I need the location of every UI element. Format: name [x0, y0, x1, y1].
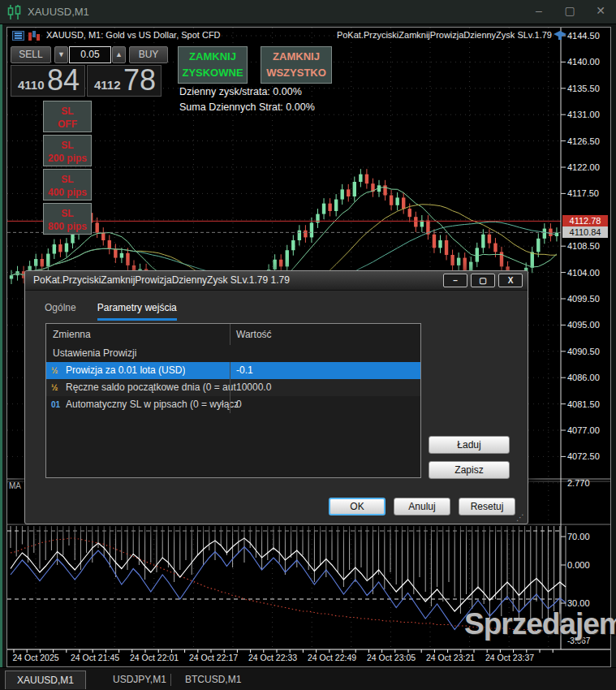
daily-pl-label: Dzienny zysk/strata: 0.00%	[179, 86, 302, 97]
resize-grip[interactable]: ⋰	[516, 513, 525, 522]
dialog-maximize-button[interactable]: ▢	[471, 274, 495, 287]
close-all-line2: WSZYSTKO	[261, 65, 331, 81]
sell-button[interactable]: SELL	[11, 46, 51, 63]
symbol-description: XAUUSD, M1: Gold vs US Dollar, Spot CFD	[46, 30, 221, 40]
time-tick-label: 24 Oct 23:21	[426, 653, 475, 662]
price-tick-label: 4077.00	[567, 425, 600, 435]
window-titlebar: XAUUSD,M1 – ▢ ✕	[0, 0, 616, 24]
param-name: Ręczne saldo początkowe dnia (0 = aut…	[66, 379, 238, 396]
dialog-titlebar[interactable]: PoKat.PrzyciskiZamknijProwizjaDziennyZys…	[25, 271, 528, 291]
sell-price-main: 4110	[18, 78, 45, 92]
price-tick-label: 4140.00	[567, 57, 600, 67]
time-tick-label: 24 Oct 23:05	[367, 653, 416, 662]
close-profitable-button[interactable]: ZAMKNIJ ZYSKOWNE	[178, 46, 248, 84]
price-tick-label: 4131.00	[567, 110, 600, 119]
candlestick-logo-icon	[7, 5, 24, 19]
price-tick-label: 4072.50	[567, 451, 600, 461]
price-tick-label: 4095.00	[567, 320, 600, 330]
time-tick-label: 24 Oct 23:37	[485, 653, 534, 662]
buy-price-pips: 78	[123, 63, 156, 97]
close-all-line1: ZAMKNIJ	[261, 49, 331, 65]
table-section-row: Ustawienia Prowizji	[46, 345, 420, 362]
table-row[interactable]: 01 Automatyczny SL w pipsach (0 = wyłącz…	[46, 396, 420, 413]
price-tick-label: 4126.50	[567, 136, 600, 146]
sell-price-box[interactable]: 4110 84	[11, 65, 85, 97]
table-header-row: Zmienna Wartość	[46, 324, 420, 345]
time-tick-label: 24 Oct 22:01	[130, 653, 179, 662]
close-all-button[interactable]: ZAMKNIJ WSZYSTKO	[261, 46, 332, 84]
time-tick-label: 24 Oct 22:17	[189, 653, 238, 662]
sl-800-button[interactable]: SL 800 pips	[43, 203, 92, 235]
dialog-close-button[interactable]: X	[498, 274, 523, 287]
sl-200-button[interactable]: SL 200 pips	[43, 135, 92, 166]
time-tick-label: 24 Oct 22:49	[308, 653, 356, 662]
one-click-trading-icon[interactable]	[12, 31, 24, 41]
watermark-text: Sprzedajemy	[464, 607, 616, 640]
window-minimize-button[interactable]: –	[530, 4, 548, 17]
window-title: XAUUSD,M1	[28, 6, 89, 18]
close-profitable-line2: ZYSKOWNE	[179, 65, 247, 81]
integer-type-icon: 01	[51, 396, 60, 413]
tab-parametry-wejscia[interactable]: Parametry wejścia	[97, 302, 177, 321]
ok-button[interactable]: OK	[329, 498, 386, 515]
tab-usdjpy[interactable]: USDJPY,M1	[101, 671, 178, 689]
sl-800-l2: 800 pips	[44, 220, 91, 233]
window-maximize-button[interactable]: ▢	[561, 4, 579, 17]
param-value[interactable]: 0	[236, 396, 242, 413]
cancel-button[interactable]: Anuluj	[394, 498, 450, 515]
ea-properties-dialog: PoKat.PrzyciskiZamknijProwizjaDziennyZys…	[24, 270, 528, 524]
price-tick-label: 4090.50	[567, 347, 600, 356]
price-tick-label: 4117.50	[567, 188, 599, 198]
column-wartosc: Wartość	[236, 324, 272, 345]
param-value[interactable]: -0.1	[236, 362, 253, 379]
param-name: Automatyczny SL w pipsach (0 = wyłącz…	[66, 396, 238, 413]
indicator-tick-label: 0.000	[567, 560, 590, 570]
section-label: Ustawienia Prowizji	[53, 345, 136, 362]
ask-price-badge: 4112.78	[562, 215, 608, 226]
ea-name-label: PoKat.PrzyciskiZamknijProwizjaDziennyZys…	[337, 30, 552, 40]
double-type-icon: ½	[51, 379, 58, 396]
dialog-title: PoKat.PrzyciskiZamknijProwizjaDziennyZys…	[33, 274, 290, 286]
mt4-window: { "window": { "title": "XAUUSD,M1", "min…	[0, 0, 616, 690]
sl-off-button[interactable]: SL OFF	[43, 101, 92, 132]
load-button[interactable]: Ładuj	[429, 436, 510, 454]
reset-button[interactable]: Resetuj	[459, 498, 515, 515]
tab-ogolne[interactable]: Ogólne	[45, 302, 76, 321]
buy-price-box[interactable]: 4112 78	[87, 65, 162, 97]
time-tick-label: 24 Oct 2025	[12, 653, 58, 662]
sl-off-l1: SL	[44, 105, 91, 118]
tab-xauusd[interactable]: XAUUSD,M1	[5, 671, 86, 689]
table-row[interactable]: ½ Ręczne saldo początkowe dnia (0 = aut……	[46, 379, 420, 396]
save-button[interactable]: Zapisz	[429, 461, 510, 479]
dialog-minimize-button[interactable]: –	[443, 274, 467, 287]
lot-increase-button[interactable]: ▲	[112, 46, 126, 63]
lot-decrease-button[interactable]: ▼	[54, 46, 68, 63]
table-row[interactable]: ½ Prowizja za 0.01 lota (USD) -0.1	[46, 362, 420, 379]
sell-price-pips: 84	[47, 63, 80, 97]
subwindow-axis-value: 2.770	[567, 478, 590, 488]
sl-400-l1: SL	[44, 173, 91, 186]
price-tick-label: 4081.50	[567, 399, 600, 409]
tab-separator	[170, 674, 171, 686]
close-profitable-line1: ZAMKNIJ	[179, 49, 247, 65]
subwindow-indicator-label: MA	[9, 481, 21, 490]
buy-button[interactable]: BUY	[129, 46, 168, 63]
tab-btcusd[interactable]: BTCUSD,M1	[174, 671, 252, 689]
price-tick-label: 4099.50	[567, 294, 600, 304]
window-close-button[interactable]: ✕	[592, 4, 610, 17]
chart-type-icon[interactable]	[28, 31, 41, 41]
sl-400-button[interactable]: SL 400 pips	[43, 169, 92, 201]
indicator-tick-label: 70.00	[567, 532, 590, 541]
column-zmienna: Zmienna	[53, 324, 91, 345]
param-name: Prowizja za 0.01 lota (USD)	[66, 362, 185, 379]
param-value[interactable]: 10000.0	[236, 379, 271, 396]
buy-price-main: 4112	[94, 78, 121, 92]
sl-200-l1: SL	[44, 139, 91, 152]
lot-size-input[interactable]: 0.05	[69, 46, 111, 63]
price-tick-label: 4122.00	[567, 162, 600, 172]
expert-advisor-cap-icon	[554, 31, 566, 41]
price-tick-label: 4104.00	[567, 268, 600, 278]
watermark: Sprzedajemy .pl	[464, 607, 616, 641]
double-type-icon: ½	[51, 362, 58, 379]
sl-400-l2: 400 pips	[44, 186, 91, 199]
